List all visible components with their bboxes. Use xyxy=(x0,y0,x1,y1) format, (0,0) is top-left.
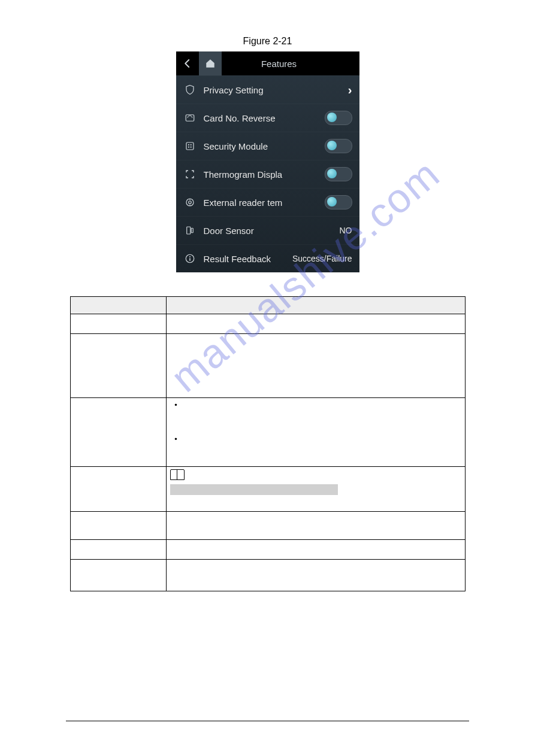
row-result-feedback[interactable]: Result Feedback Success/Failure xyxy=(176,244,359,272)
table-header-row xyxy=(70,297,465,314)
chevron-right-icon: › xyxy=(348,83,352,97)
row-label: Privacy Setting xyxy=(204,85,348,95)
door-icon xyxy=(183,224,197,237)
device-title: Features xyxy=(222,59,337,69)
svg-rect-2 xyxy=(188,144,189,145)
home-button[interactable] xyxy=(199,51,222,75)
table-row: • • xyxy=(70,398,465,467)
row-value: Success/Failure xyxy=(292,254,352,263)
row-card-no-reverse[interactable]: Card No. Reverse xyxy=(176,104,359,132)
table-row xyxy=(70,540,465,560)
svg-rect-4 xyxy=(188,147,189,148)
svg-point-7 xyxy=(188,201,191,204)
svg-rect-8 xyxy=(186,227,190,234)
row-door-sensor[interactable]: Door Sensor NO xyxy=(176,216,359,244)
row-external-reader-temp[interactable]: External reader tem xyxy=(176,188,359,216)
svg-rect-1 xyxy=(186,142,194,150)
row-label: Thermogram Displa xyxy=(204,169,325,180)
home-icon xyxy=(205,58,216,69)
table-row xyxy=(70,560,465,591)
table-row xyxy=(70,512,465,540)
table-row xyxy=(70,314,465,334)
reader-icon xyxy=(183,196,197,209)
scan-icon xyxy=(183,168,197,181)
table-row xyxy=(70,467,465,512)
row-security-module[interactable]: Security Module xyxy=(176,132,359,160)
note-book-icon xyxy=(170,469,185,480)
svg-rect-12 xyxy=(189,258,191,261)
bullet-item: • xyxy=(170,400,461,409)
shield-icon xyxy=(183,83,197,96)
row-label: Security Module xyxy=(204,141,325,151)
module-icon xyxy=(183,139,197,153)
row-label: External reader tem xyxy=(204,198,325,208)
device-titlebar: Features xyxy=(176,51,359,75)
card-icon xyxy=(183,111,197,125)
row-label: Result Feedback xyxy=(204,254,292,264)
info-icon xyxy=(183,252,197,265)
back-arrow-icon xyxy=(182,58,193,69)
svg-rect-5 xyxy=(190,147,191,148)
row-privacy-setting[interactable]: Privacy Setting › xyxy=(176,75,359,104)
footer-rule xyxy=(66,721,469,721)
table-header-parameter xyxy=(70,297,166,314)
svg-point-11 xyxy=(189,256,191,257)
back-button[interactable] xyxy=(176,51,199,75)
row-label: Card No. Reverse xyxy=(204,113,325,123)
toggle-external-reader[interactable] xyxy=(325,195,352,210)
device-screen: Features Privacy Setting › Card No. Reve… xyxy=(176,51,359,272)
table-header-description xyxy=(166,297,465,314)
table-row xyxy=(70,334,465,398)
row-value: NO xyxy=(340,226,352,235)
bullet-item: • xyxy=(170,435,461,444)
toggle-security-module[interactable] xyxy=(325,139,352,153)
toggle-thermogram-display[interactable] xyxy=(325,167,352,181)
row-thermogram-display[interactable]: Thermogram Displa xyxy=(176,160,359,188)
features-table: • • xyxy=(70,296,466,591)
figure-label: Figure 2-21 xyxy=(0,0,535,47)
row-label: Door Sensor xyxy=(204,226,340,236)
svg-rect-3 xyxy=(190,144,191,145)
toggle-card-no-reverse[interactable] xyxy=(325,111,352,125)
svg-rect-9 xyxy=(191,228,193,233)
grey-highlight-bar xyxy=(170,484,338,495)
